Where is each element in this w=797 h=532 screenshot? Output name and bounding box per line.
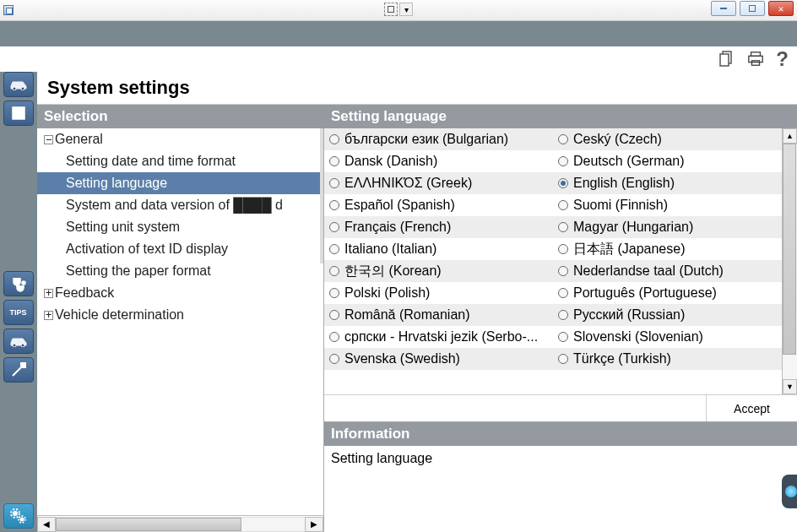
sidebar-tips-button[interactable]: TIPS [3, 300, 34, 325]
sidebar-stethoscope-icon[interactable] [3, 271, 34, 296]
language-option[interactable]: Ceský (Czech) [553, 128, 782, 150]
language-option[interactable]: Português (Portuguese) [553, 282, 782, 304]
radio-icon[interactable] [329, 332, 339, 342]
radio-icon[interactable] [558, 134, 568, 144]
radio-icon[interactable] [558, 244, 568, 254]
svg-rect-15 [21, 363, 25, 367]
language-grid: български език (Bulgarian)Ceský (Czech)D… [324, 128, 782, 394]
radio-icon[interactable] [558, 288, 568, 298]
language-label: Русский (Russian) [573, 307, 685, 323]
language-label: Dansk (Danish) [344, 154, 437, 169]
language-option[interactable]: Slovenski (Slovenian) [553, 326, 782, 348]
radio-icon[interactable] [329, 354, 339, 364]
radio-icon[interactable] [329, 134, 339, 144]
sidebar-screwdriver-icon[interactable] [3, 357, 34, 383]
language-label: Suomi (Finnish) [573, 198, 668, 213]
tree-node-general[interactable]: −General [37, 128, 323, 150]
sidebar-vehicle-icon[interactable] [3, 72, 34, 97]
close-button[interactable]: ✕ [768, 1, 794, 16]
language-option[interactable]: Deutsch (German) [553, 150, 782, 172]
scroll-thumb[interactable] [56, 518, 241, 531]
svg-rect-3 [749, 56, 762, 62]
radio-icon[interactable] [558, 222, 568, 232]
radio-icon[interactable] [329, 310, 339, 320]
tree-node-datetime[interactable]: Setting date and time format [37, 150, 323, 172]
language-option[interactable]: Español (Spanish) [324, 194, 553, 216]
radio-icon[interactable] [329, 222, 339, 232]
titlebar: ▾ ✕ [0, 0, 797, 21]
tree-label: Setting unit system [66, 220, 180, 235]
tree-node-paper[interactable]: Setting the paper format [37, 260, 323, 282]
language-option[interactable]: Svenska (Swedish) [324, 348, 553, 370]
sidebar-settings-icon[interactable] [3, 503, 34, 529]
tree-node-unit[interactable]: Setting unit system [37, 216, 323, 238]
sidebar-document-icon[interactable] [3, 100, 34, 126]
print-icon[interactable] [747, 50, 764, 68]
copy-icon[interactable] [718, 50, 735, 68]
language-label: Magyar (Hungarian) [573, 220, 693, 235]
language-label: Português (Portuguese) [573, 285, 717, 301]
radio-icon[interactable] [329, 266, 339, 276]
language-label: 日本語 (Japanese) [573, 241, 686, 258]
accept-button[interactable]: Accept [706, 395, 797, 421]
language-label: 한국의 (Korean) [344, 263, 442, 280]
radio-icon[interactable] [329, 156, 339, 166]
svg-rect-4 [752, 61, 760, 65]
help-icon[interactable]: ? [776, 47, 789, 71]
setting-language-header: Setting language [324, 105, 797, 128]
vertical-scrollbar[interactable]: ▲ ▼ [782, 128, 797, 394]
selection-tree[interactable]: −General Setting date and time format Se… [37, 128, 324, 515]
radio-icon[interactable] [329, 244, 339, 254]
fullscreen-icon[interactable] [384, 3, 398, 16]
language-label: Slovenski (Slovenian) [573, 329, 703, 345]
radio-icon[interactable] [558, 156, 568, 166]
language-option[interactable]: Nederlandse taal (Dutch) [553, 260, 782, 282]
radio-icon[interactable] [558, 310, 568, 320]
svg-point-13 [21, 344, 24, 347]
minimize-button[interactable] [711, 1, 736, 16]
radio-icon[interactable] [558, 200, 568, 210]
sidebar-vehicle2-icon[interactable] [3, 328, 34, 354]
language-option[interactable]: Magyar (Hungarian) [553, 216, 782, 238]
scroll-down-icon[interactable]: ▼ [783, 379, 797, 394]
tree-node-vehicle[interactable]: +Vehicle determination [37, 304, 323, 326]
chevron-down-icon[interactable]: ▾ [399, 3, 413, 16]
tree-node-textid[interactable]: Activation of text ID display [37, 238, 323, 260]
scroll-right-icon[interactable]: ▶ [305, 517, 323, 532]
language-option[interactable]: Suomi (Finnish) [553, 194, 782, 216]
language-option[interactable]: Dansk (Danish) [324, 150, 553, 172]
radio-icon[interactable] [329, 178, 339, 188]
language-option[interactable]: ΕΛΛΗΝΙΚΌΣ (Greek) [324, 172, 553, 194]
radio-icon[interactable] [558, 332, 568, 342]
maximize-button[interactable] [740, 1, 765, 16]
horizontal-scrollbar[interactable]: ◀ ▶ [37, 515, 324, 532]
language-label: ΕΛΛΗΝΙΚΌΣ (Greek) [344, 176, 472, 191]
radio-icon[interactable] [558, 266, 568, 276]
language-option[interactable]: Italiano (Italian) [324, 238, 553, 260]
language-label: Español (Spanish) [344, 198, 455, 213]
language-option[interactable]: Română (Romanian) [324, 304, 553, 326]
tree-node-language[interactable]: Setting language [37, 172, 323, 194]
svg-point-5 [13, 87, 16, 90]
language-option[interactable]: Polski (Polish) [324, 282, 553, 304]
language-option[interactable]: 한국의 (Korean) [324, 260, 553, 282]
language-option[interactable]: български език (Bulgarian) [324, 128, 553, 150]
radio-icon[interactable] [329, 288, 339, 298]
remote-support-icon[interactable] [782, 475, 797, 508]
radio-icon[interactable] [558, 178, 568, 188]
language-option[interactable]: Русский (Russian) [553, 304, 782, 326]
svg-point-12 [13, 344, 16, 347]
tree-node-version[interactable]: System and data version of ████ d [37, 194, 323, 216]
radio-icon[interactable] [329, 200, 339, 210]
scroll-up-icon[interactable]: ▲ [783, 128, 797, 144]
radio-icon[interactable] [558, 354, 568, 364]
scroll-left-icon[interactable]: ◀ [37, 517, 56, 532]
language-option[interactable]: 日本語 (Japanese) [553, 238, 782, 260]
language-option[interactable]: Français (French) [324, 216, 553, 238]
language-option[interactable]: Türkçe (Turkish) [553, 348, 782, 370]
language-option[interactable]: English (English) [553, 172, 782, 194]
language-label: српски - Hrvatski jezik (Serbo-... [344, 329, 538, 345]
tree-node-feedback[interactable]: +Feedback [37, 282, 323, 304]
language-option[interactable]: српски - Hrvatski jezik (Serbo-... [324, 326, 553, 348]
scroll-thumb[interactable] [783, 144, 796, 355]
